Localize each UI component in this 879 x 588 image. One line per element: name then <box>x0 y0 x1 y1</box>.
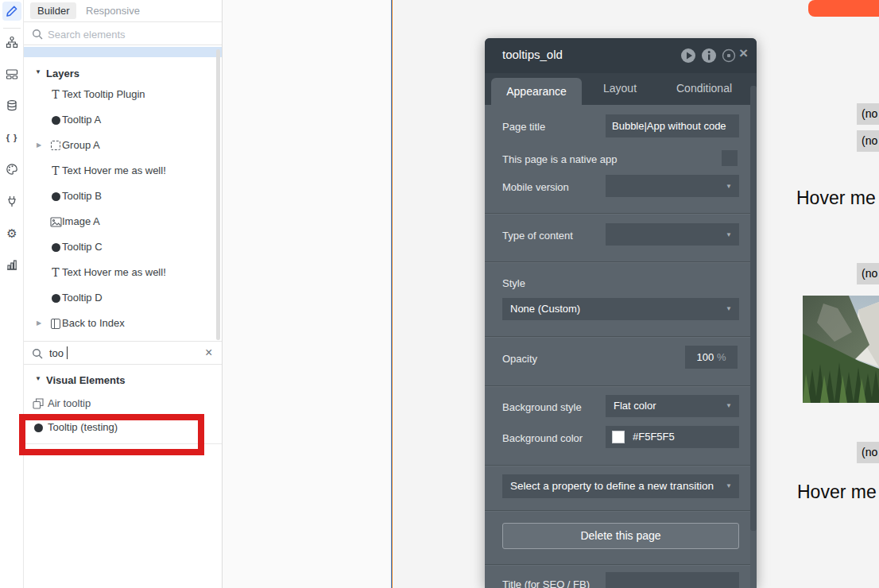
section-divider <box>485 465 757 466</box>
layer-item[interactable]: ▶ Back to Index <box>24 314 222 333</box>
chevron-down-icon: ▼ <box>726 474 732 498</box>
dialog-tabbar: Appearance Layout Conditional <box>485 73 757 105</box>
group-element-icon <box>49 139 62 152</box>
type-of-content-dropdown[interactable]: ▼ <box>606 223 739 246</box>
tab-builder[interactable]: Builder <box>30 2 76 19</box>
canvas-text-truncated[interactable]: (no <box>857 130 879 152</box>
style-dropdown-value: None (Custom) <box>510 303 580 315</box>
plugins-plug-icon[interactable] <box>2 191 21 211</box>
elements-sidebar: Builder Responsive Search elements ▼ Lay… <box>24 0 223 588</box>
chevron-down-icon: ▼ <box>726 298 732 320</box>
layer-item[interactable]: Image A <box>24 212 222 231</box>
chevron-down-icon: ▼ <box>35 68 41 75</box>
section-divider <box>485 385 757 386</box>
search-result-item[interactable]: Air tooltip <box>24 394 222 413</box>
transition-dropdown[interactable]: Select a property to define a new transi… <box>502 474 739 498</box>
search-icon <box>32 29 43 40</box>
chevron-right-icon[interactable]: ▶ <box>37 319 41 327</box>
layer-item[interactable]: Tooltip B <box>24 187 222 206</box>
preview-play-icon[interactable] <box>680 48 696 64</box>
tooltip-circle-icon <box>49 190 62 203</box>
background-style-label: Background style <box>502 401 582 413</box>
logs-chart-icon[interactable] <box>2 255 21 274</box>
background-color-label: Background color <box>502 432 583 444</box>
notes-comment-icon[interactable] <box>721 48 737 64</box>
page-layout-icon[interactable] <box>2 64 21 83</box>
editor-nav-strip: { } ⚙ <box>0 0 24 588</box>
color-swatch[interactable] <box>612 431 625 443</box>
layer-item[interactable]: Tooltip D <box>24 288 222 308</box>
chevron-down-icon: ▼ <box>726 183 732 190</box>
element-search-value: too <box>49 347 64 359</box>
background-style-dropdown[interactable]: Flat color ▼ <box>606 395 739 417</box>
canvas-image-element[interactable] <box>803 296 879 403</box>
layer-item[interactable]: T Text Hover me as well! <box>24 161 222 180</box>
layer-item[interactable]: T Text Hover me as well! <box>24 263 222 282</box>
native-app-label: This page is a native app <box>502 153 618 165</box>
mobile-version-dropdown[interactable]: ▼ <box>606 175 739 197</box>
reusable-element-icon <box>49 317 62 330</box>
page-title-label: Page title <box>502 121 545 133</box>
design-pencil-icon[interactable] <box>2 2 21 21</box>
mobile-version-label: Mobile version <box>502 181 569 193</box>
bubble-editor: (no (no Hover me (no <box>0 0 879 588</box>
styles-palette-icon[interactable] <box>2 160 21 179</box>
type-of-content-label: Type of content <box>502 230 573 242</box>
close-icon[interactable]: × <box>739 45 748 60</box>
chevron-down-icon: ▼ <box>726 395 732 417</box>
text-caret <box>67 346 68 359</box>
section-divider <box>485 336 757 337</box>
settings-gear-icon[interactable]: ⚙ <box>2 223 21 242</box>
background-color-value: #F5F5F5 <box>633 431 675 443</box>
search-elements-field[interactable]: Search elements <box>24 23 222 45</box>
backend-braces-icon[interactable]: { } <box>2 128 21 147</box>
style-dropdown[interactable]: None (Custom) ▼ <box>502 298 739 320</box>
layer-item[interactable]: ▶ Group A <box>24 136 222 155</box>
database-icon[interactable] <box>2 96 21 115</box>
search-result-item[interactable]: Tooltip (testing) <box>24 418 222 437</box>
element-search-input[interactable]: too × <box>24 341 222 365</box>
background-style-value: Flat color <box>614 400 656 412</box>
clear-search-icon[interactable]: × <box>205 346 212 360</box>
layer-item[interactable]: T Text Tooltip Plugin <box>24 85 222 104</box>
canvas-button-element[interactable] <box>808 0 879 17</box>
dialog-scrollbar-thumb[interactable] <box>750 86 757 531</box>
canvas-text-truncated[interactable]: (no <box>857 442 879 463</box>
tab-appearance[interactable]: Appearance <box>491 78 582 105</box>
result-divider <box>24 443 222 444</box>
chevron-right-icon[interactable]: ▶ <box>37 141 41 149</box>
selected-row-sliver[interactable] <box>24 47 222 57</box>
native-app-checkbox[interactable] <box>722 150 738 166</box>
canvas-text-truncated[interactable]: (no <box>857 263 879 284</box>
air-tooltip-icon <box>32 397 45 410</box>
opacity-unit: % <box>717 351 726 363</box>
tooltip-circle-icon <box>49 114 62 126</box>
sidebar-scrollbar-thumb[interactable] <box>216 49 220 340</box>
element-name-title[interactable]: tooltips_old <box>502 48 563 61</box>
info-icon[interactable] <box>701 48 717 64</box>
canvas-hover-text[interactable]: Hover me <box>796 188 876 209</box>
tab-layout[interactable]: Layout <box>603 82 637 95</box>
background-color-field[interactable]: #F5F5F5 <box>606 426 739 448</box>
section-divider <box>485 510 757 511</box>
layers-section-header[interactable]: ▼ Layers <box>24 65 222 83</box>
layer-item[interactable]: Tooltip A <box>24 110 222 130</box>
text-element-icon: T <box>49 88 62 101</box>
opacity-input[interactable]: 100 % <box>685 346 738 369</box>
visual-elements-section-header[interactable]: ▼ Visual Elements <box>24 372 222 389</box>
canvas-hover-text[interactable]: Hover me <box>797 482 877 503</box>
layer-item[interactable]: Tooltip C <box>24 238 222 257</box>
dialog-header-dragbar[interactable]: tooltips_old × <box>485 38 757 73</box>
page-title-input[interactable]: Bubble|App without code <box>606 114 739 137</box>
seo-title-input[interactable] <box>606 572 739 588</box>
section-divider <box>485 564 757 565</box>
image-element-icon <box>49 215 62 228</box>
chevron-down-icon: ▼ <box>726 231 732 238</box>
canvas-text-truncated[interactable]: (no <box>857 103 879 125</box>
element-tree-icon[interactable] <box>2 33 21 52</box>
delete-page-button[interactable]: Delete this page <box>502 523 739 549</box>
tab-conditional[interactable]: Conditional <box>676 82 732 95</box>
tooltip-circle-icon <box>49 292 62 304</box>
tab-responsive[interactable]: Responsive <box>86 5 140 17</box>
sidebar-tabbar: Builder Responsive <box>24 0 222 22</box>
